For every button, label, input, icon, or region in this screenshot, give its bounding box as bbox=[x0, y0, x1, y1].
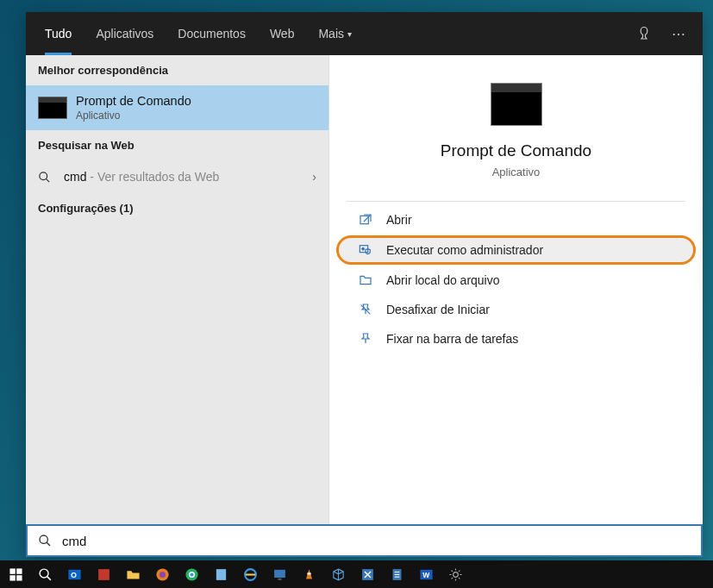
taskbar-explorer-icon[interactable] bbox=[119, 562, 147, 586]
preview-column: Prompt de Comando Aplicativo Abrir Execu… bbox=[329, 55, 703, 524]
result-title: Prompt de Comando bbox=[76, 94, 316, 108]
admin-shield-icon bbox=[357, 243, 374, 257]
web-result-text: cmd - Ver resultados da Web bbox=[64, 170, 312, 184]
tab-apps[interactable]: Aplicativos bbox=[84, 12, 166, 55]
svg-point-0 bbox=[40, 172, 47, 179]
taskbar-search-icon[interactable] bbox=[31, 562, 59, 586]
taskbar-app-monitor-icon[interactable] bbox=[266, 562, 293, 586]
action-open[interactable]: Abrir bbox=[336, 206, 696, 234]
tab-more[interactable]: Mais▾ bbox=[306, 12, 364, 55]
section-best-match: Melhor correspondência bbox=[26, 55, 328, 85]
preview-title: Prompt de Comando bbox=[441, 141, 591, 160]
chevron-right-icon: › bbox=[312, 170, 316, 184]
svg-rect-10 bbox=[16, 568, 22, 573]
svg-rect-12 bbox=[16, 575, 22, 580]
taskbar-firefox-icon[interactable] bbox=[148, 562, 176, 586]
svg-line-8 bbox=[47, 542, 50, 546]
taskbar: O W bbox=[0, 560, 713, 588]
search-input[interactable] bbox=[62, 534, 701, 548]
svg-rect-2 bbox=[360, 216, 368, 223]
taskbar-app-notepad-icon[interactable] bbox=[207, 562, 235, 586]
search-tabs-header: Tudo Aplicativos Documentos Web Mais▾ ⋯ bbox=[26, 12, 703, 55]
svg-rect-31 bbox=[394, 573, 399, 574]
results-column: Melhor correspondência Prompt de Comando… bbox=[26, 55, 329, 524]
action-run-as-admin[interactable]: Executar como administrador bbox=[336, 235, 696, 265]
feedback-icon[interactable] bbox=[627, 12, 661, 55]
search-icon bbox=[28, 534, 62, 547]
tab-documents[interactable]: Documentos bbox=[166, 12, 258, 55]
svg-point-35 bbox=[453, 572, 458, 577]
svg-rect-23 bbox=[216, 569, 225, 580]
tab-web[interactable]: Web bbox=[258, 12, 307, 55]
svg-point-13 bbox=[40, 569, 48, 578]
tab-all[interactable]: Tudo bbox=[33, 12, 84, 55]
svg-text:W: W bbox=[422, 571, 430, 579]
action-label: Executar como administrador bbox=[386, 243, 543, 257]
svg-line-14 bbox=[47, 576, 50, 579]
svg-rect-32 bbox=[394, 576, 399, 577]
open-icon bbox=[357, 213, 374, 227]
svg-rect-11 bbox=[9, 575, 15, 580]
svg-line-1 bbox=[46, 178, 49, 182]
result-subtitle: Aplicativo bbox=[76, 109, 316, 122]
section-web-search: Pesquisar na Web bbox=[26, 130, 328, 160]
action-label: Abrir bbox=[386, 213, 412, 227]
search-icon bbox=[38, 171, 57, 184]
chevron-down-icon: ▾ bbox=[347, 29, 352, 39]
action-label: Abrir local do arquivo bbox=[386, 273, 500, 287]
svg-point-7 bbox=[40, 535, 47, 543]
svg-rect-9 bbox=[9, 568, 15, 573]
folder-icon bbox=[357, 273, 374, 287]
svg-point-22 bbox=[190, 572, 193, 576]
taskbar-app-doc-icon[interactable] bbox=[383, 562, 410, 586]
result-cmd-prompt[interactable]: Prompt de Comando Aplicativo bbox=[26, 85, 328, 130]
taskbar-chrome-icon[interactable] bbox=[178, 562, 205, 586]
search-bar bbox=[26, 524, 703, 557]
start-search-panel: Tudo Aplicativos Documentos Web Mais▾ ⋯ … bbox=[26, 12, 703, 557]
action-label: Fixar na barra de tarefas bbox=[386, 332, 518, 346]
taskbar-outlook-icon[interactable]: O bbox=[60, 562, 88, 586]
divider bbox=[347, 201, 685, 202]
svg-point-19 bbox=[159, 571, 165, 577]
unpin-icon bbox=[357, 303, 374, 316]
svg-rect-26 bbox=[278, 578, 281, 579]
preview-cmd-icon bbox=[491, 83, 542, 126]
svg-text:O: O bbox=[71, 571, 77, 579]
action-pin-taskbar[interactable]: Fixar na barra de tarefas bbox=[336, 325, 696, 353]
taskbar-app-gear-icon[interactable] bbox=[441, 562, 469, 586]
section-settings[interactable]: Configurações (1) bbox=[26, 193, 328, 223]
more-options-icon[interactable]: ⋯ bbox=[661, 12, 696, 55]
cmd-icon bbox=[38, 96, 67, 120]
taskbar-ie-icon[interactable] bbox=[236, 562, 264, 586]
svg-rect-17 bbox=[98, 569, 109, 580]
start-button[interactable] bbox=[2, 562, 29, 586]
taskbar-vlc-icon[interactable] bbox=[295, 562, 322, 586]
svg-rect-27 bbox=[307, 572, 310, 574]
svg-rect-25 bbox=[274, 569, 285, 577]
action-label: Desafixar de Iniciar bbox=[386, 303, 490, 316]
web-search-result[interactable]: cmd - Ver resultados da Web › bbox=[26, 160, 328, 193]
action-unpin-start[interactable]: Desafixar de Iniciar bbox=[336, 296, 696, 323]
preview-subtitle: Aplicativo bbox=[492, 166, 541, 178]
taskbar-app-tool-icon[interactable] bbox=[353, 562, 381, 586]
pin-icon bbox=[357, 332, 374, 346]
taskbar-word-icon[interactable]: W bbox=[412, 562, 440, 586]
action-open-file-location[interactable]: Abrir local do arquivo bbox=[336, 266, 696, 294]
svg-rect-30 bbox=[394, 571, 399, 572]
taskbar-app-cube-icon[interactable] bbox=[324, 562, 352, 586]
taskbar-app-red-icon[interactable] bbox=[90, 562, 117, 586]
